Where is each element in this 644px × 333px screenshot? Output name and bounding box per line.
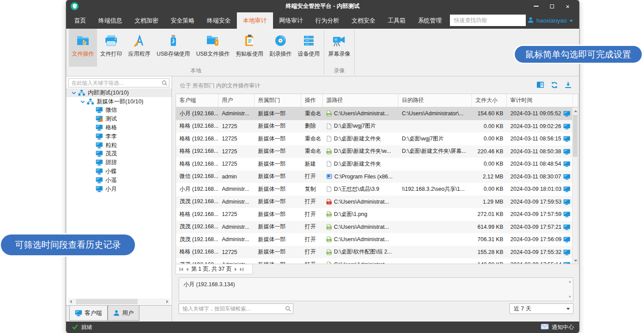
table-row[interactable]: 微信 (192.168....admin新媒体一部打开C:\Program Fi…	[176, 170, 578, 183]
monitor-icon[interactable]	[563, 124, 570, 129]
tool-屏幕录像[interactable]: 屏幕录像	[325, 29, 353, 67]
column-header-用户[interactable]: 用户	[218, 94, 255, 107]
refresh-icon[interactable]	[550, 81, 558, 91]
table-row[interactable]: 格格 (192.168....12725新媒体一部重命名D:\桌面\新建文件夹D…	[176, 132, 578, 145]
next-page-button[interactable]	[235, 268, 237, 271]
monitor-icon[interactable]	[563, 136, 570, 142]
maximize-button[interactable]	[544, 0, 560, 12]
tree-item-小月[interactable]: 小月	[66, 185, 172, 193]
ribbon-tools: 屏幕录像	[325, 29, 353, 67]
quick-search-input[interactable]	[450, 15, 526, 26]
table-row[interactable]: 格格 (192.168....12725新媒体一部重命名PNGD:\桌面\新建文…	[176, 145, 578, 158]
monitor-icon[interactable]	[563, 174, 570, 180]
monitor-icon[interactable]	[563, 199, 570, 205]
sidebar-tab-客户端[interactable]: 客户端	[69, 306, 108, 321]
monitor-icon[interactable]	[563, 224, 570, 230]
audit-time-text: 2024-03-09 17:57:59	[510, 211, 562, 217]
ribbon-group: 屏幕录像录像	[325, 29, 353, 76]
tree-item-测试[interactable]: 测试	[66, 114, 172, 123]
table-row[interactable]: 茂茂 (192.168....Administr...新媒体一部打开PNGC:\…	[176, 221, 578, 234]
sidebar-hscrollbar[interactable]	[68, 299, 170, 305]
column-header-所属部门[interactable]: 所属部门	[255, 94, 301, 107]
tool-剪贴板使用[interactable]: 剪贴板使用	[232, 29, 266, 67]
tree-item-格格[interactable]: 格格	[66, 123, 172, 132]
menu-tab-工具箱[interactable]: 工具箱	[382, 12, 412, 29]
menu-tab-安全策略[interactable]: 安全策略	[165, 12, 201, 29]
scroll-right-icon[interactable]	[166, 300, 168, 303]
close-button[interactable]: ×	[560, 0, 576, 12]
time-range-dropdown[interactable]: 近 7 天	[509, 303, 573, 314]
table-row[interactable]: 小月 (192.168....Administr...新媒体一部复制D:\王怼怼…	[176, 183, 578, 196]
column-header-文件大小[interactable]: 文件大小	[472, 94, 507, 107]
monitor-icon[interactable]	[563, 111, 570, 117]
tool-USB文件操作[interactable]: USB文件操作	[193, 29, 233, 67]
table-row[interactable]: 格格 (192.168....12725新媒体一部打开PNGD:\桌面\软件配图…	[176, 246, 578, 259]
last-page-button[interactable]	[240, 268, 243, 271]
scroll-up-icon[interactable]	[569, 280, 571, 283]
scroll-left-icon[interactable]	[70, 300, 72, 303]
monitor-icon[interactable]	[563, 161, 570, 167]
monitor-icon[interactable]	[563, 262, 570, 264]
keyword-search-input[interactable]	[179, 304, 283, 314]
monitor-icon[interactable]	[563, 212, 570, 217]
menu-tab-行为分析[interactable]: 行为分析	[309, 12, 345, 29]
export-icon[interactable]	[564, 81, 572, 91]
menu-tab-系统管理[interactable]: 系统管理	[412, 12, 448, 29]
table-row[interactable]: 茂茂 (192.168....Administr...新媒体一部打开PNGC:\…	[176, 233, 578, 246]
monitor-icon[interactable]	[563, 149, 570, 155]
first-page-button[interactable]	[180, 268, 183, 271]
user-menu[interactable]: haoxiaoyao	[528, 12, 573, 29]
tool-文件操作[interactable]: 文件操作	[69, 29, 97, 67]
prev-page-button[interactable]	[186, 268, 188, 271]
tool-USB存储使用[interactable]: USB存储使用	[154, 29, 193, 67]
menu-tab-文档安全[interactable]: 文档安全	[345, 12, 382, 29]
tree-item-李李[interactable]: 李李	[66, 132, 172, 141]
table-row[interactable]: 茂茂 (192.168....Administr...新媒体一部打开PC:\Us…	[176, 196, 578, 208]
table-row[interactable]: 格格 (192.168....12725新媒体一部新建D:\桌面\新建文件夹0.…	[176, 158, 578, 170]
monitor-icon[interactable]	[563, 186, 570, 192]
scroll-down-icon[interactable]	[569, 296, 571, 298]
column-header-审计时间[interactable]: 审计时间	[507, 94, 573, 107]
menu-tab-文档加密[interactable]: 文档加密	[128, 12, 165, 29]
table-row[interactable]: 格格 (192.168....12725新媒体一部打开PNGD:\桌面\1.pn…	[176, 208, 578, 221]
tree-filter-input[interactable]	[69, 79, 161, 87]
scrollbar-thumb[interactable]	[76, 299, 138, 304]
column-header-客户端[interactable]: 客户端	[176, 94, 218, 107]
column-header-操作[interactable]: 操作	[301, 94, 323, 107]
tool-设备使用[interactable]: 设备使用	[295, 29, 323, 67]
scrollbar-thumb[interactable]	[573, 115, 577, 157]
monitor-icon[interactable]	[563, 250, 570, 255]
menu-tab-首页[interactable]: 首页	[68, 12, 92, 29]
menu-tab-本地审计[interactable]: 本地审计	[237, 12, 273, 29]
column-header-源路径[interactable]: 源路径	[323, 94, 398, 107]
column-header-目的路径[interactable]: 目的路径	[398, 94, 472, 107]
tree-item-茂茂[interactable]: 茂茂	[66, 150, 172, 159]
table-row[interactable]: 茂茂 (192.168...Administr...新媒体一部打开PNGC:\U…	[176, 258, 578, 264]
tool-刻录操作[interactable]: 刻录操作	[266, 29, 295, 67]
minimize-button[interactable]	[528, 0, 544, 12]
scroll-down-icon[interactable]	[574, 260, 577, 262]
tree-item-新媒体一部(10/10)[interactable]: 新媒体一部(10/10)	[66, 97, 172, 106]
tool-文件打印[interactable]: 文件打印	[97, 29, 125, 67]
menu-tab-网络审计[interactable]: 网络审计	[273, 12, 309, 29]
tree-item-小遥[interactable]: 小遥	[66, 176, 172, 185]
tree-item-微信[interactable]: 微信	[66, 106, 172, 115]
menu-tab-终端安全[interactable]: 终端安全	[201, 12, 237, 29]
scroll-up-icon[interactable]	[574, 110, 577, 112]
monitor-icon[interactable]	[563, 237, 570, 242]
chevron-expanded-icon[interactable]	[71, 90, 77, 95]
table-row[interactable]: 格格 (192.168....12725新媒体一部删除D:\桌面\wgj7图片0…	[176, 120, 578, 133]
tree-item-甜甜[interactable]: 甜甜	[66, 158, 172, 167]
menu-tab-终端信息[interactable]: 终端信息	[92, 12, 128, 29]
column-chooser-icon[interactable]	[536, 81, 545, 91]
tree-item-粒粒[interactable]: 粒粒	[66, 141, 172, 150]
tool-应用程序[interactable]: 应用程序	[125, 29, 154, 67]
tree-item-小蝶[interactable]: 小蝶	[66, 167, 172, 176]
table-vscrollbar[interactable]	[572, 108, 578, 264]
chevron-expanded-icon[interactable]	[80, 99, 86, 104]
tool-label: 刻录操作	[270, 50, 292, 58]
tree-item-内部测试(10/10)[interactable]: 内部测试(10/10)	[66, 88, 172, 97]
sidebar-tab-用户[interactable]: 用户	[108, 306, 139, 321]
table-row[interactable]: 小月 (192.168....Administr...新媒体一部重命名PNGC:…	[176, 107, 578, 120]
notification-center[interactable]: 通知中心	[541, 322, 574, 333]
